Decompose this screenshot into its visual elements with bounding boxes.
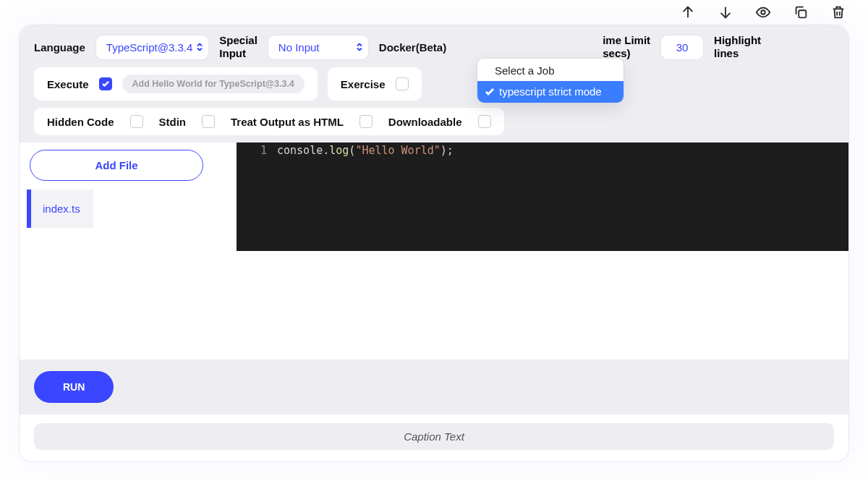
- copy-icon[interactable]: [793, 4, 809, 23]
- eye-icon[interactable]: [755, 4, 771, 23]
- stdin-label: Stdin: [159, 116, 187, 128]
- editor-gap: [237, 251, 848, 359]
- time-limit-input[interactable]: 30: [660, 35, 704, 60]
- special-input-label: SpecialInput: [219, 34, 258, 60]
- hidden-code-label: Hidden Code: [47, 116, 114, 128]
- arrow-down-icon[interactable]: [718, 4, 733, 23]
- file-tab-index-ts[interactable]: index.ts: [27, 190, 93, 228]
- add-file-button[interactable]: Add File: [30, 150, 203, 181]
- config-card: Language TypeScript@3.3.4 SpecialInput N…: [19, 25, 849, 462]
- chevron-updown-icon: [357, 43, 362, 51]
- options-box: Hidden Code Stdin Treat Output as HTML D…: [34, 108, 504, 135]
- hello-world-hint[interactable]: Add Hello World for TypeScript@3.3.4: [122, 75, 305, 93]
- time-limit-label: ime Limit secs): [603, 34, 650, 60]
- code-editor[interactable]: 1 console.log("Hello World");: [237, 142, 848, 251]
- job-dropdown[interactable]: Select a Job typescript strict mode: [477, 58, 624, 103]
- config-bar: Language TypeScript@3.3.4 SpecialInput N…: [20, 25, 848, 142]
- treat-html-label: Treat Output as HTML: [231, 116, 344, 128]
- job-dropdown-item-label: typescript strict mode: [499, 85, 602, 98]
- file-column: Add File index.ts: [20, 142, 237, 359]
- language-label: Language: [34, 41, 85, 54]
- job-dropdown-header: Select a Job: [477, 59, 624, 81]
- highlight-lines-label: Highlight lines: [714, 34, 761, 60]
- arrow-up-icon[interactable]: [680, 4, 696, 23]
- docker-label: Docker(Beta): [379, 41, 446, 54]
- language-select[interactable]: TypeScript@3.3.4: [95, 35, 209, 60]
- trash-icon[interactable]: [830, 4, 846, 23]
- treat-html-checkbox[interactable]: [359, 115, 373, 128]
- chevron-updown-icon: [197, 43, 203, 51]
- svg-rect-1: [799, 10, 806, 17]
- exercise-label: Exercise: [341, 78, 386, 90]
- special-input-select[interactable]: No Input: [268, 35, 369, 60]
- run-button[interactable]: RUN: [34, 371, 114, 403]
- caption-input[interactable]: Caption Text: [34, 423, 834, 450]
- code-token: console: [277, 144, 323, 157]
- execute-checkbox[interactable]: [99, 77, 112, 90]
- exercise-checkbox[interactable]: [396, 77, 409, 90]
- stdin-checkbox[interactable]: [202, 115, 215, 128]
- svg-point-0: [761, 10, 765, 14]
- language-value: TypeScript@3.3.4: [106, 41, 192, 54]
- execute-box: Execute Add Hello World for TypeScript@3…: [34, 67, 318, 101]
- footer-bar: RUN: [20, 359, 848, 414]
- downloadable-label: Downloadable: [388, 116, 462, 128]
- hidden-code-checkbox[interactable]: [130, 115, 143, 128]
- special-input-value: No Input: [278, 41, 320, 54]
- execute-label: Execute: [47, 78, 89, 90]
- line-number: 1: [237, 144, 277, 157]
- check-icon: [485, 87, 495, 97]
- exercise-box: Exercise: [328, 67, 422, 101]
- job-dropdown-item-selected[interactable]: typescript strict mode: [477, 81, 624, 103]
- downloadable-checkbox[interactable]: [478, 115, 491, 128]
